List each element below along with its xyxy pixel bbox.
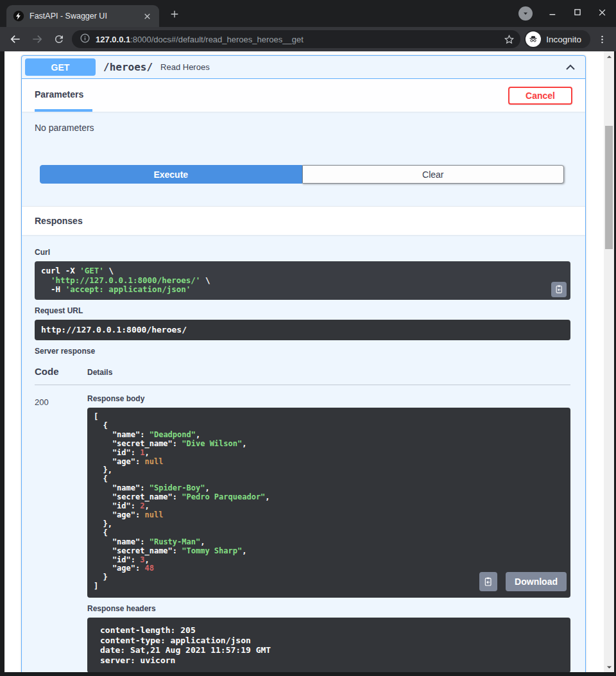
- tab-close-icon[interactable]: [141, 10, 153, 22]
- parameters-body: No parameters: [22, 112, 585, 133]
- incognito-badge: Incognito: [524, 30, 590, 48]
- curl-command-block[interactable]: curl -X 'GET' \ 'http://127.0.0.1:8000/h…: [35, 261, 570, 300]
- responses-header: Responses: [22, 206, 585, 235]
- incognito-label: Incognito: [546, 35, 581, 44]
- browser-menu-icon[interactable]: [594, 31, 610, 47]
- response-headers-label: Response headers: [87, 604, 570, 613]
- no-parameters-message: No parameters: [35, 123, 94, 133]
- code-column-header: Code: [35, 366, 87, 377]
- download-button[interactable]: Download: [506, 572, 567, 591]
- cancel-button[interactable]: Cancel: [508, 87, 572, 105]
- opblock-summary[interactable]: GET /heroes/ Read Heroes: [22, 56, 585, 79]
- clear-button[interactable]: Clear: [302, 165, 565, 184]
- tab-strip: FastAPI - Swagger UI: [0, 0, 616, 27]
- response-headers-block: content-length: 205content-type: applica…: [87, 618, 570, 672]
- new-tab-icon[interactable]: [168, 8, 181, 21]
- minimize-icon[interactable]: [548, 8, 558, 20]
- response-row-200: 200 Response body [ { "name": "Deadpond"…: [35, 385, 570, 672]
- curl-label: Curl: [35, 248, 570, 257]
- response-body-block: [ { "name": "Deadpond", "secret_name": "…: [87, 408, 570, 598]
- response-body-label: Response body: [87, 394, 570, 403]
- url-text[interactable]: 127.0.0.1:8000/docs#/default/read_heroes…: [96, 35, 496, 44]
- scrollbar-up-icon[interactable]: [604, 51, 614, 62]
- execute-button[interactable]: Execute: [40, 165, 302, 184]
- server-response-table: Code Details 200 Response body [ { "name…: [35, 366, 570, 672]
- browser-status-chip-icon[interactable]: [518, 6, 533, 21]
- server-response-label: Server response: [35, 347, 570, 356]
- responses-title: Responses: [35, 216, 83, 226]
- swagger-page: GET /heroes/ Read Heroes Parameters Canc…: [4, 51, 604, 672]
- page-scrollbar[interactable]: [604, 51, 614, 672]
- back-icon[interactable]: [6, 30, 24, 48]
- site-info-icon[interactable]: [80, 33, 90, 46]
- method-badge: GET: [25, 58, 96, 76]
- request-url-block: http://127.0.0.1:8000/heroes/: [35, 320, 570, 341]
- incognito-icon: [526, 31, 541, 47]
- opblock-get-heroes: GET /heroes/ Read Heroes Parameters Canc…: [21, 55, 586, 672]
- url-field[interactable]: 127.0.0.1:8000/docs#/default/read_heroes…: [72, 30, 520, 48]
- request-url-value: http://127.0.0.1:8000/heroes/: [41, 325, 187, 334]
- responses-body: Curl curl -X 'GET' \ 'http://127.0.0.1:8…: [22, 235, 585, 672]
- request-url-label: Request URL: [35, 306, 570, 315]
- reload-icon[interactable]: [50, 30, 68, 48]
- parameters-tab: Parameters: [35, 79, 92, 112]
- details-column-header: Details: [87, 366, 112, 377]
- fastapi-favicon-icon: [13, 10, 24, 22]
- tab-title: FastAPI - Swagger UI: [30, 12, 136, 21]
- collapse-chevron-icon[interactable]: [563, 60, 578, 74]
- url-path: :8000/docs#/default/read_heroes_heroes__…: [130, 35, 304, 44]
- bookmark-star-icon[interactable]: [501, 31, 517, 47]
- window-close-icon[interactable]: [597, 8, 607, 20]
- execute-row: Execute Clear: [22, 165, 585, 184]
- response-body-controls: Download: [479, 572, 567, 591]
- maximize-icon[interactable]: [573, 8, 582, 19]
- parameters-header: Parameters Cancel: [22, 79, 585, 112]
- scrollbar-down-icon[interactable]: [604, 662, 614, 672]
- window-controls: [518, 6, 607, 21]
- endpoint-summary: Read Heroes: [160, 62, 210, 72]
- scrollbar-thumb[interactable]: [605, 126, 613, 249]
- copy-response-icon[interactable]: [479, 572, 497, 591]
- forward-icon[interactable]: [28, 30, 46, 48]
- address-bar: 127.0.0.1:8000/docs#/default/read_heroes…: [0, 27, 616, 51]
- copy-curl-icon[interactable]: [551, 282, 567, 297]
- response-table-header: Code Details: [35, 366, 570, 385]
- response-details: Response body [ { "name": "Deadpond", "s…: [87, 394, 570, 672]
- endpoint-path: /heroes/: [103, 61, 153, 73]
- browser-tab[interactable]: FastAPI - Swagger UI: [6, 5, 159, 27]
- url-host: 127.0.0.1: [96, 35, 130, 44]
- status-code: 200: [35, 394, 87, 672]
